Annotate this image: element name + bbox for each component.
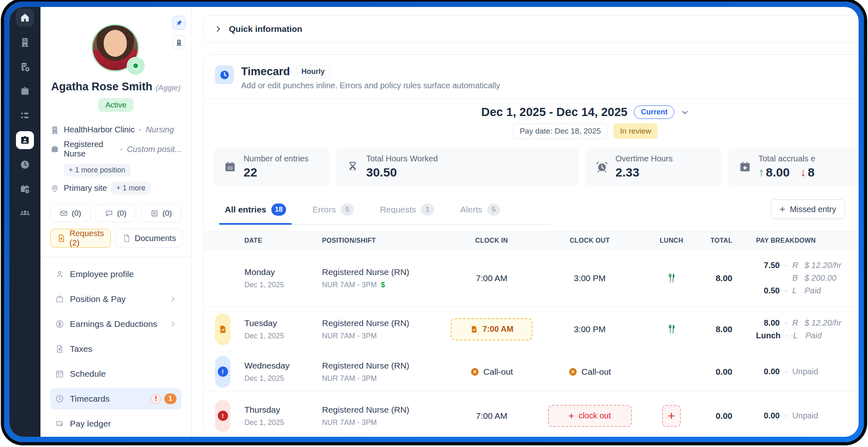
scheduling-icon[interactable] — [16, 180, 34, 198]
timecard-subtitle: Add or edit punches inline. Errors and p… — [241, 81, 500, 90]
dollar-circle-icon — [55, 320, 64, 329]
error-badge: ! — [215, 400, 230, 432]
tab-requests[interactable]: Requests 1 — [380, 203, 434, 224]
position-row: Registered Nurse • Custom posit... — [50, 140, 181, 159]
main-content: Quick information Timecard Hourly Add or… — [192, 7, 859, 437]
document-icon — [122, 234, 131, 243]
menu-item-taxes[interactable]: Taxes — [50, 338, 181, 360]
pay-breakdown: 8.00-R$ 12.20/hr Lunch-LPaid — [739, 318, 859, 340]
clock-in-cell[interactable]: 7:00 AM — [445, 273, 539, 283]
documents-button[interactable]: Documents — [116, 229, 183, 248]
time-icon[interactable] — [16, 156, 34, 174]
company-settings-icon[interactable] — [16, 58, 34, 76]
more-positions-chip[interactable]: + 1 more position — [64, 164, 130, 177]
total-cell: 8.00 — [702, 273, 739, 283]
table-row-thursday[interactable]: ! Thursday Dec 1, 2025 Registered Nurse … — [204, 391, 859, 435]
clock-out-cell[interactable]: 3:00 PM — [539, 273, 641, 283]
menu-item-position-pay[interactable]: Position & Pay — [50, 288, 181, 310]
divider — [40, 257, 191, 257]
pay-ledger-icon — [55, 419, 64, 428]
current-period-chip: Current — [634, 105, 674, 119]
home-icon[interactable] — [16, 9, 34, 27]
premium-pay-icon: $ — [381, 281, 385, 289]
plus-icon: + — [568, 411, 574, 421]
table-row-tuesday[interactable]: Tuesday Dec 1, 2025 Registered Nurse (RN… — [204, 306, 859, 352]
pay-breakdown: 0.00-Unpaid — [739, 367, 859, 376]
pay-period-selector: Dec 1, 2025 - Dec 14, 2025 Current Pay d… — [481, 105, 689, 139]
pin-button[interactable] — [172, 16, 186, 30]
quick-information-label: Quick information — [229, 24, 302, 34]
callout-x-icon — [568, 367, 577, 376]
stat-total-accruals: Total accruals e ↑8.00 ↓8 — [728, 148, 859, 186]
timecard-clock-icon — [215, 65, 234, 84]
briefcase-icon — [50, 145, 59, 154]
stat-total-hours: Total Hours Worked 30.50 — [336, 148, 579, 186]
info-icon: ! — [218, 367, 228, 377]
menu-item-employee-profile[interactable]: Employee profile — [50, 264, 181, 285]
lunch-icon[interactable] — [641, 273, 702, 284]
table-row-wednesday[interactable]: ! Wednesday Dec 1, 2025 Registered Nurse… — [204, 352, 859, 391]
tab-count-badge: 1 — [421, 203, 434, 216]
menu-item-earnings-deductions[interactable]: Earnings & Deductions — [50, 313, 181, 335]
email-counter-button[interactable]: (0) — [50, 204, 91, 222]
tab-errors[interactable]: Errors 5 — [312, 203, 353, 224]
menu-item-pay-ledger[interactable]: Pay ledger — [50, 413, 181, 434]
clock-in-callout[interactable]: Call-out — [445, 367, 539, 377]
tax-document-icon — [55, 344, 64, 353]
arrow-up-icon: ↑ — [758, 166, 764, 179]
employee-nickname: (Aggie) — [156, 83, 181, 92]
stat-overtime-hours: Overtime Hours 2.33 — [585, 148, 722, 186]
table-row-monday[interactable]: Monday Dec 1, 2025 Registered Nurse (RN)… — [204, 250, 859, 306]
company-row: HealthHarbor Clinic • Nursing — [50, 125, 181, 134]
missed-entry-button[interactable]: + Missed entry — [771, 199, 845, 219]
chevron-down-icon[interactable] — [681, 108, 689, 116]
chevron-right-icon — [169, 320, 177, 328]
menu-item-timecards[interactable]: Timecards ! 1 — [50, 388, 181, 409]
tab-all-entries[interactable]: All entries 18 — [225, 203, 286, 224]
calendar-icon — [55, 369, 64, 378]
briefcase-icon — [55, 295, 64, 304]
tab-count-badge: 18 — [271, 203, 286, 216]
chat-icon — [105, 209, 113, 217]
add-lunch-button[interactable]: + — [662, 405, 681, 427]
pay-period-range: Dec 1, 2025 - Dec 14, 2025 — [481, 105, 628, 119]
chat-counter-button[interactable]: (0) — [96, 204, 136, 222]
requests-button[interactable]: Requests (2) — [50, 229, 111, 248]
team-icon[interactable] — [16, 205, 34, 223]
clock-out-callout[interactable]: Call-out — [539, 367, 641, 377]
more-sites-chip[interactable]: + 1 more — [112, 182, 151, 194]
add-clock-out-button[interactable]: + clock out — [548, 405, 632, 427]
quick-information-toggle[interactable]: Quick information — [203, 15, 859, 43]
clock-icon — [55, 394, 64, 403]
department: Nursing — [146, 125, 174, 134]
tab-count-badge: 5 — [487, 203, 500, 216]
company-name: HealthHarbor Clinic — [64, 125, 134, 134]
alarm-clock-icon — [596, 161, 608, 173]
employees-icon[interactable] — [16, 131, 34, 149]
company-icon[interactable] — [16, 33, 34, 51]
jobs-icon[interactable] — [16, 82, 34, 100]
site-label: Primary site — [64, 183, 107, 193]
tab-alerts[interactable]: Alerts 5 — [460, 203, 500, 224]
tabs-row: All entries 18 Errors 5 Requests 1 Alert… — [204, 199, 859, 225]
clock-out-cell[interactable]: 3:00 PM — [539, 324, 641, 334]
org-structure-icon[interactable] — [16, 107, 34, 125]
lunch-icon[interactable] — [641, 324, 702, 335]
pay-breakdown: 0.00-Unpaid — [739, 411, 859, 420]
stats-row: Number of entries 22 Total Hours Worked … — [204, 148, 859, 186]
notes-counter-button[interactable]: (0) — [141, 204, 181, 222]
pending-clock-in-button[interactable]: 7:00 AM — [451, 318, 532, 340]
timecard-type-chip: Hourly — [296, 65, 331, 78]
clock-in-cell[interactable]: 7:00 AM — [445, 411, 539, 421]
building-icon — [50, 125, 59, 134]
secondary-profile-button[interactable] — [172, 36, 186, 49]
person-icon — [55, 270, 64, 279]
pay-date-chip: Pay date: Dec 18, 2025 — [513, 123, 608, 139]
menu-item-schedule[interactable]: Schedule — [50, 363, 181, 384]
calendar-star-icon — [739, 161, 751, 173]
timecard-table: DATE POSITION/SHIFT CLOCK IN CLOCK OUT L… — [204, 231, 859, 435]
employee-name: Agatha Rose Smith(Aggie) — [50, 80, 181, 93]
calendar-icon — [224, 161, 236, 173]
timecard-header: Timecard Hourly Add or edit punches inli… — [204, 55, 859, 99]
plus-icon: + — [668, 410, 675, 422]
